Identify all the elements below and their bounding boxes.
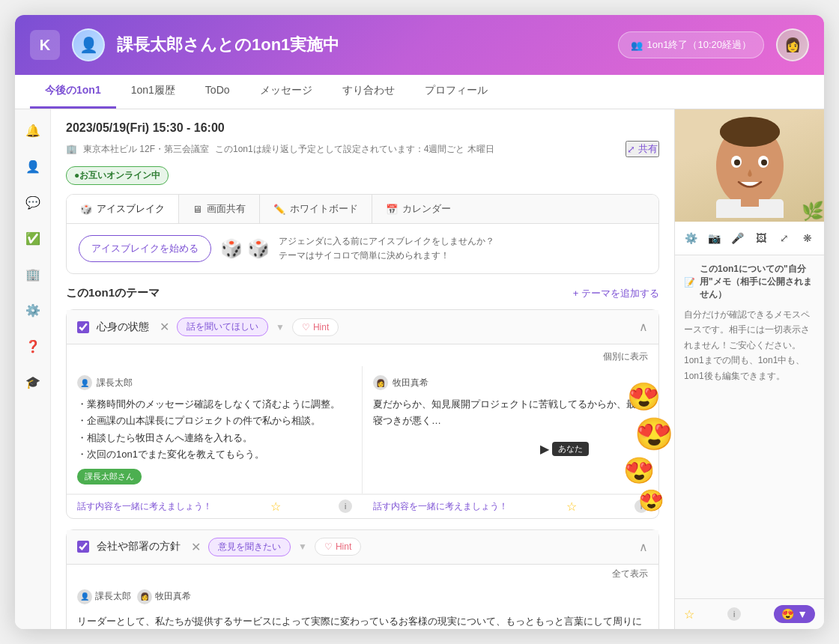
theme-card-2: 会社や部署の方針 ✕ 意見を聞きたい ▼ ♡ Hint ∧ 全て表示 👤 — [66, 529, 659, 629]
theme-2-checkbox[interactable] — [77, 541, 89, 553]
body-area: 🔔 👤 💬 ✅ 🏢 ⚙️ ❓ 🎓 2023/05/19(Fri) 15:30 -… — [15, 109, 824, 629]
sidebar-building-icon[interactable]: 🏢 — [21, 262, 45, 286]
tab-profile[interactable]: プロフィール — [410, 75, 503, 109]
theme-2-hint-button[interactable]: ♡ Hint — [315, 538, 361, 556]
svg-point-5 — [734, 160, 740, 165]
theme-2-content: リーダーとして、私たちが提供するサービスによって実際に変わっているお客様の現実に… — [67, 613, 658, 629]
svg-rect-2 — [720, 124, 780, 139]
sidebar-profile-icon[interactable]: 👤 — [21, 154, 45, 178]
theme-section: この1on1のテーマ + テーマを追加する 心身の状態 ✕ 話を聞いてほしい ▼… — [66, 286, 659, 629]
icebreak-tab-whiteboard[interactable]: ✏️ ホワイトボード — [260, 195, 372, 223]
location-row: 🏢 東京本社ビル 12F・第三会議室 この1on1は繰り返し予定として設定されて… — [66, 141, 659, 157]
memo-footer: ☆ i 😍 ▼ — [675, 598, 824, 629]
share-button[interactable]: ⤢ 共有 — [626, 141, 659, 157]
date-display: 2023/05/19(Fri) 15:30 - 16:00 — [66, 121, 659, 135]
theme-1-checkbox[interactable] — [77, 321, 89, 333]
expand-vc-icon[interactable]: ⤢ — [774, 228, 795, 249]
icebreak-tab-calendar[interactable]: 📅 カレンダー — [372, 195, 464, 223]
theme-card-1-header: 心身の状態 ✕ 話を聞いてほしい ▼ ♡ Hint ∧ — [67, 310, 658, 344]
header-title: 課長太郎さんとの1on1実施中 — [117, 34, 606, 56]
share-icon: ⤢ — [627, 144, 635, 155]
info-badge-left: i — [339, 499, 352, 513]
svg-rect-8 — [741, 195, 759, 207]
user-avatar-header: 👤 — [72, 28, 105, 61]
theme-2-all-label: 全て表示 — [67, 565, 658, 583]
pencil-icon: ✏️ — [273, 204, 285, 215]
recurring-text: この1on1は繰り返し予定として設定されています：4週間ごと 木曜日 — [215, 143, 494, 156]
star-right-icon[interactable]: ☆ — [566, 499, 577, 514]
icebreak-section: 🎲 アイスブレイク 🖥 画面共有 ✏️ ホワイトボード 📅 カレンダー — [66, 194, 659, 274]
theme-2-users: 👤 課長太郎 👩 牧田真希 — [67, 583, 658, 613]
icebreak-tab-screenshare[interactable]: 🖥 画面共有 — [179, 195, 260, 223]
right-sidebar: 🌿 ⚙️ 📷 🎤 🖼 ⤢ ❋ 📝 この1on1についての"自分用"メモ（相手に公… — [674, 109, 824, 629]
end-session-button[interactable]: 👥 1on1終了（10:20経過） — [618, 31, 764, 58]
header: K 👤 課長太郎さんとの1on1実施中 👥 1on1終了（10:20経過） 👩 — [15, 15, 824, 75]
icebreak-body: アイスブレイクを始める 🎲 🎲 アジェンダに入る前にアイスブレイクをしませんか？… — [67, 224, 658, 273]
theme-1-individual-label: 個別に表示 — [67, 344, 658, 366]
theme-1-left-content: 業務時間外のメッセージ確認をしなくて済むように調整。 企画課の山本課長にプロジェ… — [77, 396, 351, 462]
dice-icon: 🎲 — [80, 204, 92, 215]
theme-2-chevron-icon[interactable]: ∧ — [639, 540, 648, 554]
theme-2-tag: 意見を聞きたい — [208, 538, 291, 556]
think-together-left[interactable]: 話す内容を一緒に考えましょう！ — [77, 500, 212, 513]
grid-vc-icon[interactable]: ❋ — [797, 228, 818, 249]
tab-alignment[interactable]: すり合わせ — [327, 75, 410, 109]
mic-vc-icon[interactable]: 🎤 — [727, 228, 748, 249]
theme-1-right-user: 👩 牧田真希 — [373, 375, 648, 390]
think-together-right[interactable]: 話す内容を一緒に考えましょう！ — [373, 500, 508, 513]
memo-star-icon[interactable]: ☆ — [684, 607, 694, 622]
sidebar-settings-icon[interactable]: ⚙️ — [21, 298, 45, 322]
theme-2-right-avatar: 👩 — [137, 589, 152, 604]
heart-icon: ♡ — [302, 322, 310, 332]
icebreak-tab-icebreak[interactable]: 🎲 アイスブレイク — [67, 195, 179, 223]
emoji-picker-button[interactable]: 😍 ▼ — [774, 605, 815, 623]
sidebar-chat-icon[interactable]: 💬 — [21, 190, 45, 214]
star-left-icon[interactable]: ☆ — [270, 499, 281, 514]
green-name-bubble: 課長太郎さん — [77, 469, 142, 484]
theme-card-2-header: 会社や部署の方針 ✕ 意見を聞きたい ▼ ♡ Hint ∧ — [67, 530, 658, 565]
online-badge: ●お互いオンライン中 — [66, 166, 169, 185]
theme-1-right-content: 夏だからか、知見展開プロジェクトに苦戦してるからか、最近寝つきが悪く… — [373, 396, 648, 429]
sidebar-help-icon[interactable]: ❓ — [21, 334, 45, 358]
tab-todo[interactable]: ToDo — [190, 75, 245, 109]
theme-1-footer: 話す内容を一緒に考えましょう！ ☆ i 話す内容を一緒に考えましょう！ ☆ i — [67, 493, 658, 518]
sidebar-graduation-icon[interactable]: 🎓 — [21, 370, 45, 394]
theme-1-right-avatar: 👩 — [373, 375, 388, 390]
sidebar-bell-icon[interactable]: 🔔 — [21, 118, 45, 142]
theme-1-chevron-icon[interactable]: ∧ — [639, 320, 648, 334]
theme-header: この1on1のテーマ + テーマを追加する — [66, 286, 659, 300]
top-right-avatar[interactable]: 👩 — [776, 28, 809, 61]
memo-section: 📝 この1on1についての"自分用"メモ（相手に公開されません） 自分だけが確認… — [675, 255, 824, 598]
tab-1on1-history[interactable]: 1on1履歴 — [116, 75, 190, 109]
theme-2-left-avatar: 👤 — [77, 589, 92, 604]
calendar-icon: 📅 — [386, 204, 398, 215]
theme-card-1: 心身の状態 ✕ 話を聞いてほしい ▼ ♡ Hint ∧ 個別に表示 — [66, 309, 659, 518]
cursor-arrow-icon: ▶ — [540, 442, 549, 456]
left-sidebar: 🔔 👤 💬 ✅ 🏢 ⚙️ ❓ 🎓 — [15, 109, 51, 629]
tab-current-1on1[interactable]: 今後の1on1 — [30, 75, 116, 109]
icebreak-description: アジェンダに入る前にアイスブレイクをしませんか？ テーマはサイコロで簡単に決めら… — [279, 234, 494, 263]
memo-info-badge: i — [727, 607, 741, 621]
tab-messages[interactable]: メッセージ — [245, 75, 327, 109]
memo-icon: 📝 — [684, 277, 695, 288]
info-badge-right: i — [634, 499, 648, 513]
sidebar-check-icon[interactable]: ✅ — [21, 226, 45, 250]
camera-vc-icon[interactable]: 📷 — [704, 228, 725, 249]
memo-text: 自分だけが確認できるメモスペースです。相手には一切表示されません！ご安心ください… — [684, 307, 815, 383]
emoji-display: 😍 — [781, 608, 794, 620]
icebreak-tabs: 🎲 アイスブレイク 🖥 画面共有 ✏️ ホワイトボード 📅 カレンダー — [67, 195, 658, 224]
theme-1-tag-arrow[interactable]: ▼ — [276, 322, 285, 332]
image-vc-icon[interactable]: 🖼 — [751, 228, 772, 249]
theme-2-right-user: 👩 牧田真希 — [137, 589, 191, 604]
theme-1-left-footer: 話す内容を一緒に考えましょう！ ☆ i — [67, 494, 363, 518]
svg-point-6 — [761, 160, 767, 165]
add-theme-button[interactable]: + テーマを追加する — [573, 287, 659, 300]
theme-2-close-icon[interactable]: ✕ — [191, 540, 201, 554]
icebreak-start-button[interactable]: アイスブレイクを始める — [79, 235, 211, 262]
theme-1-left-user: 👤 課長太郎 — [77, 375, 351, 390]
theme-1-tag: 話を聞いてほしい — [177, 318, 268, 336]
theme-2-tag-arrow[interactable]: ▼ — [298, 541, 307, 552]
theme-1-close-icon[interactable]: ✕ — [160, 320, 169, 334]
theme-1-hint-button[interactable]: ♡ Hint — [292, 318, 339, 336]
settings-vc-icon[interactable]: ⚙️ — [681, 228, 702, 249]
